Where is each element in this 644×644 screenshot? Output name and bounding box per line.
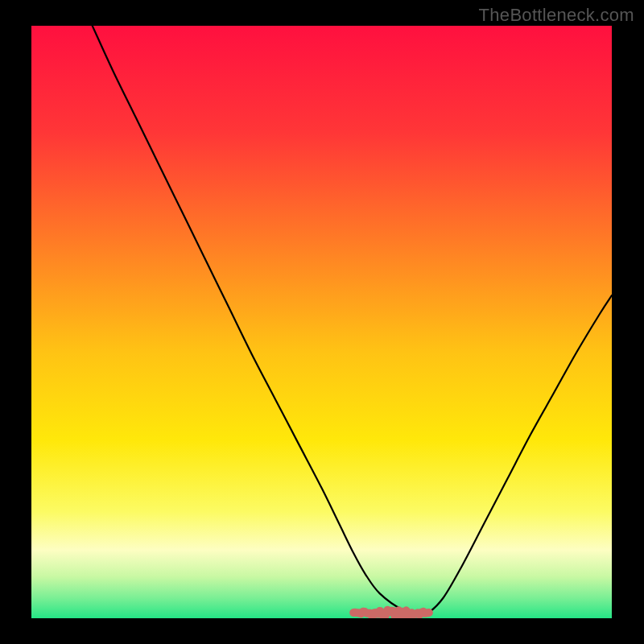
bottleneck-curve xyxy=(93,26,612,614)
watermark-text: TheBottleneck.com xyxy=(479,5,634,26)
chart-frame: TheBottleneck.com xyxy=(0,0,644,644)
curve-layer xyxy=(31,26,612,618)
baseline-marker xyxy=(353,610,429,617)
plot-area xyxy=(31,26,612,618)
